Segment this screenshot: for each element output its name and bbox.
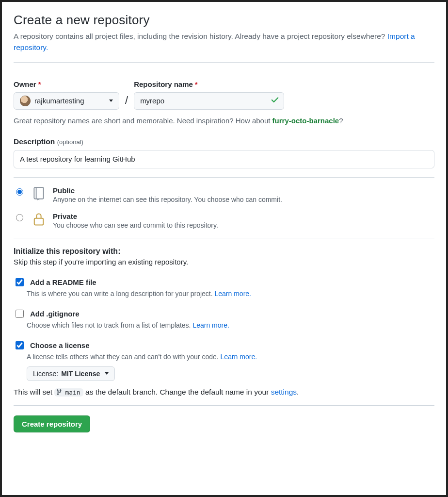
visibility-private-title: Private xyxy=(53,212,218,220)
license-value: MIT License xyxy=(61,370,100,378)
page-title: Create a new repository xyxy=(14,13,434,28)
add-gitignore-desc: Choose which files not to track from a l… xyxy=(27,321,434,329)
branch-badge: main xyxy=(54,388,83,397)
add-readme-desc: This is where you can write a long descr… xyxy=(27,290,434,298)
gitignore-learn-more-link[interactable]: Learn more. xyxy=(192,321,229,329)
chevron-down-icon xyxy=(105,372,109,375)
settings-link[interactable]: settings xyxy=(271,388,297,396)
required-asterisk: * xyxy=(38,80,41,88)
name-suggestion[interactable]: furry-octo-barnacle xyxy=(272,116,339,125)
required-asterisk: * xyxy=(195,80,198,88)
avatar xyxy=(20,96,31,106)
visibility-private-radio[interactable] xyxy=(16,214,23,221)
add-gitignore-label: Add .gitignore xyxy=(30,310,80,318)
svg-rect-0 xyxy=(34,187,43,199)
repo-name-label: Repository name* xyxy=(134,80,284,88)
repo-name-input[interactable] xyxy=(134,92,284,110)
owner-label: Owner* xyxy=(14,80,119,88)
page-subtitle: A repository contains all project files,… xyxy=(14,31,434,53)
name-hint: Great repository names are short and mem… xyxy=(14,116,434,125)
readme-learn-more-link[interactable]: Learn more. xyxy=(215,290,251,298)
visibility-private-desc: You choose who can see and commit to thi… xyxy=(53,221,218,229)
visibility-public-title: Public xyxy=(53,186,282,195)
license-prefix: License: xyxy=(33,370,58,378)
add-gitignore-checkbox[interactable] xyxy=(16,310,24,318)
initialize-title: Initialize this repository with: xyxy=(14,247,434,256)
divider xyxy=(14,62,434,63)
subtitle-text: A repository contains all project files,… xyxy=(14,32,387,40)
initialize-subtitle: Skip this step if you're importing an ex… xyxy=(14,258,434,266)
divider xyxy=(14,238,434,238)
lock-icon xyxy=(32,212,46,227)
git-branch-icon xyxy=(56,389,63,396)
repo-icon xyxy=(32,186,46,201)
visibility-public-desc: Anyone on the internet can see this repo… xyxy=(53,196,282,203)
chevron-down-icon xyxy=(109,99,113,102)
default-branch-note: This will set main as the default branch… xyxy=(14,388,434,397)
description-input[interactable] xyxy=(14,150,434,168)
license-select[interactable]: License: MIT License xyxy=(27,366,115,381)
create-repository-button[interactable]: Create repository xyxy=(14,415,90,432)
owner-value: rajkumartesting xyxy=(34,97,84,105)
add-readme-checkbox[interactable] xyxy=(16,278,24,286)
choose-license-label: Choose a license xyxy=(30,341,90,349)
license-learn-more-link[interactable]: Learn more. xyxy=(221,353,257,361)
choose-license-desc: A license tells others what they can and… xyxy=(27,353,434,361)
slash-separator: / xyxy=(124,94,129,110)
choose-license-checkbox[interactable] xyxy=(16,341,24,349)
check-icon xyxy=(271,96,279,106)
divider xyxy=(14,177,434,178)
visibility-public-radio[interactable] xyxy=(16,188,23,196)
owner-select[interactable]: rajkumartesting xyxy=(14,92,119,110)
svg-rect-1 xyxy=(34,218,43,225)
divider xyxy=(14,405,434,406)
description-label: Description (optional) xyxy=(14,137,434,146)
add-readme-label: Add a README file xyxy=(30,278,96,286)
